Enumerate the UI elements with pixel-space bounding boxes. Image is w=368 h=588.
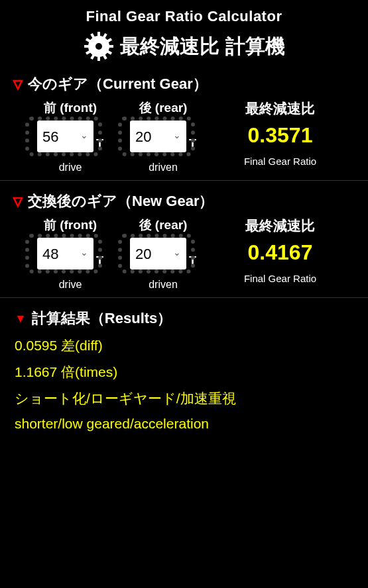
divider xyxy=(0,297,368,298)
col-rear-current: 後 (rear) 20 T driven xyxy=(117,99,210,173)
result-times: 1.1667 倍(times) xyxy=(15,363,353,381)
driven-label: driven xyxy=(117,279,210,291)
rear-label: 後 (rear) xyxy=(117,99,210,117)
svg-point-13 xyxy=(95,43,102,50)
ratio-label-en: Final Gear Ratio xyxy=(216,273,344,284)
col-front-current: 前 (front) 56 T drive xyxy=(24,99,117,173)
divider xyxy=(0,180,368,181)
title-row: 最終減速比 計算機 xyxy=(0,30,368,62)
header: Final Gear Ratio Calculator xyxy=(0,0,368,68)
ratio-label: 最終減速比 xyxy=(216,99,344,118)
input-wrap-front: 56 T xyxy=(24,121,117,152)
rear-select-new[interactable]: 20 xyxy=(130,238,186,270)
front-select-new[interactable]: 48 xyxy=(37,238,93,270)
section-current: ▽ 今のギア（Current Gear） 前 (front) 56 T driv… xyxy=(0,68,368,176)
col-rear-new: 後 (rear) 20 T driven xyxy=(117,217,210,291)
section-header-results: ▼ 計算結果（Results） xyxy=(15,309,353,328)
ratio-value-new: 0.4167 xyxy=(216,240,344,265)
result-desc-en: shorter/low geared/acceleration xyxy=(15,416,353,432)
gear-row-new: 前 (front) 48 T drive 後 (rear) 20 xyxy=(13,217,355,291)
input-wrap-front: 48 T xyxy=(24,238,117,270)
drive-label: drive xyxy=(24,279,117,291)
drive-label: drive xyxy=(24,162,117,173)
col-result-new: 最終減速比 0.4167 Final Gear Ratio xyxy=(216,217,344,284)
driven-label: driven xyxy=(117,162,210,173)
input-wrap-rear: 20 T xyxy=(117,238,210,270)
front-label: 前 (front) xyxy=(24,99,117,117)
svg-rect-1 xyxy=(97,32,100,37)
section-title-current: 今のギア（Current Gear） xyxy=(28,74,208,94)
rear-label: 後 (rear) xyxy=(117,217,210,234)
svg-rect-3 xyxy=(84,45,90,48)
section-new: ▽ 交換後のギア（New Gear） 前 (front) 48 T drive … xyxy=(0,185,368,293)
section-title-new: 交換後のギア（New Gear） xyxy=(28,191,214,211)
col-result-current: 最終減速比 0.3571 Final Gear Ratio xyxy=(216,99,344,167)
svg-rect-2 xyxy=(97,56,100,61)
result-desc-jp: ショート化/ローギヤード/加速重視 xyxy=(15,389,353,408)
front-label: 前 (front) xyxy=(24,217,117,234)
triangle-icon: ▽ xyxy=(13,194,23,209)
section-header-new: ▽ 交換後のギア（New Gear） xyxy=(13,191,355,211)
triangle-icon-filled: ▼ xyxy=(15,312,27,326)
ratio-label-en: Final Gear Ratio xyxy=(216,156,344,167)
title-jp: 最終減速比 計算機 xyxy=(120,33,284,60)
triangle-icon: ▽ xyxy=(13,77,23,91)
title-en: Final Gear Ratio Calculator xyxy=(0,8,368,25)
col-front-new: 前 (front) 48 T drive xyxy=(24,217,117,291)
input-wrap-rear: 20 T xyxy=(117,121,210,152)
svg-rect-4 xyxy=(108,45,113,48)
front-select-current[interactable]: 56 xyxy=(37,121,93,152)
section-title-results: 計算結果（Results） xyxy=(32,309,172,328)
section-header-current: ▽ 今のギア（Current Gear） xyxy=(13,74,355,94)
section-results: ▼ 計算結果（Results） 0.0595 差(diff) 1.1667 倍(… xyxy=(0,302,368,446)
gear-icon xyxy=(83,30,115,62)
ratio-value-current: 0.3571 xyxy=(216,123,344,148)
rear-select-current[interactable]: 20 xyxy=(130,121,186,152)
result-diff: 0.0595 差(diff) xyxy=(15,336,353,355)
ratio-label: 最終減速比 xyxy=(216,217,344,235)
gear-row-current: 前 (front) 56 T drive 後 (rear) 20 xyxy=(13,99,355,173)
